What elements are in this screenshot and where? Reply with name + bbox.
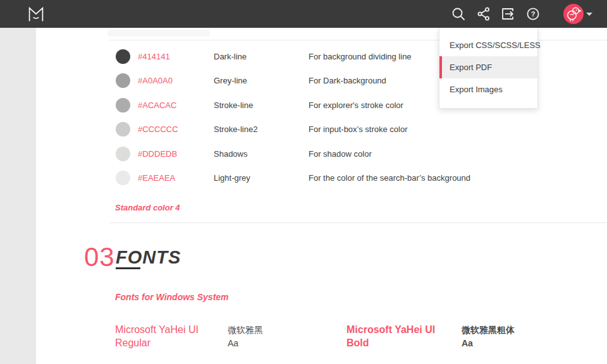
color-name: Shadows	[214, 147, 247, 161]
color-hex: #CCCCCC	[138, 122, 178, 136]
font-sample-latin: Aa	[228, 337, 263, 350]
color-hex: #ACACAC	[138, 98, 176, 112]
menu-item-export-pdf[interactable]: Export PDF	[439, 56, 537, 78]
color-description: For explorer's stroke color	[309, 98, 403, 112]
font-sample-name: Microsoft YaHei UI Bold	[346, 323, 453, 349]
section-divider	[109, 222, 607, 223]
share-icon[interactable]	[476, 6, 491, 21]
color-name: Stroke-line2	[214, 122, 257, 136]
color-swatch	[116, 147, 130, 161]
color-description: For the color of the search-bar’s backgr…	[309, 171, 470, 185]
color-swatch	[116, 98, 130, 112]
color-name: Dark-line	[214, 49, 247, 64]
font-sample-preview: 微软雅黑粗体 Aa	[462, 324, 515, 350]
color-description: For background dividing line	[309, 49, 412, 64]
color-name: Grey-line	[214, 73, 247, 88]
color-table-caption: Standard color 4	[115, 203, 180, 212]
color-swatch	[116, 73, 130, 88]
search-icon[interactable]	[451, 6, 466, 21]
color-description: For input-box’s stroke color	[309, 122, 408, 136]
color-swatch	[116, 171, 130, 185]
user-avatar[interactable]	[563, 4, 584, 24]
color-hex: #A0A0A0	[138, 73, 173, 88]
color-hex: #DDDEDB	[138, 147, 177, 161]
color-name: Stroke-line	[214, 98, 253, 112]
color-swatch	[116, 122, 130, 136]
color-hex: #414141	[138, 49, 170, 64]
color-name: Light-grey	[214, 171, 250, 185]
title-underline	[116, 267, 140, 269]
font-sample-preview: 微软雅黑 Aa	[228, 324, 263, 350]
help-icon[interactable]: ?	[525, 6, 541, 21]
menu-item-export-css[interactable]: Export CSS/SCSS/LESS	[439, 34, 537, 56]
table-row: #DDDEDB Shadows For shadow color	[0, 147, 607, 161]
export-icon[interactable]	[500, 6, 515, 21]
table-row: #EAEAEA Light-grey For the color of the …	[0, 171, 607, 185]
color-hex: #EAEAEA	[138, 171, 175, 185]
top-navbar: ?	[0, 0, 607, 28]
fonts-subtitle: Fonts for Windows System	[115, 292, 229, 302]
section-number: 03	[84, 243, 115, 271]
color-description: For Dark-background	[309, 73, 386, 88]
font-sample-cjk: 微软雅黑粗体	[462, 324, 515, 337]
avatar-dropdown-caret-icon[interactable]	[586, 13, 592, 16]
color-description: For shadow color	[309, 147, 372, 161]
section-title: FONTS	[116, 248, 181, 267]
font-sample-latin: Aa	[462, 337, 515, 350]
table-row: #CCCCCC Stroke-line2 For input-box’s str…	[0, 122, 607, 136]
font-sample-name: Microsoft YaHei UI Regular	[115, 323, 221, 349]
color-swatch	[116, 49, 130, 64]
scrolled-row-highlight	[107, 30, 210, 37]
app-logo-icon[interactable]	[28, 6, 44, 22]
svg-text:?: ?	[531, 10, 536, 18]
menu-item-export-images[interactable]: Export Images	[439, 78, 537, 100]
export-dropdown-menu: Export CSS/SCSS/LESS Export PDF Export I…	[439, 28, 538, 109]
font-sample-cjk: 微软雅黑	[228, 324, 263, 337]
